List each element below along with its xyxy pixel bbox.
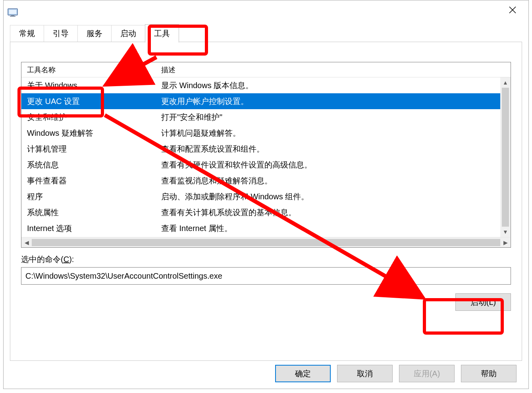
- apply-button: 应用(A): [399, 365, 455, 382]
- cell-tool-name: 安全和维护: [21, 112, 160, 123]
- tools-listbox[interactable]: 工具名称 描述 关于 Windows显示 Windows 版本信息。更改 UAC…: [21, 62, 511, 248]
- cell-tool-name: Windows 疑难解答: [21, 128, 160, 139]
- titlebar: [4, 0, 528, 24]
- tab-services[interactable]: 服务: [77, 25, 112, 42]
- command-label: 选中的命令(C):: [21, 254, 511, 265]
- launch-button[interactable]: 启动(L): [455, 293, 511, 311]
- table-row[interactable]: 更改 UAC 设置更改用户帐户控制设置。: [21, 93, 511, 109]
- cell-tool-desc: 查看和配置系统设置和组件。: [160, 144, 511, 154]
- dialog-button-row: 确定 取消 应用(A) 帮助: [275, 365, 517, 382]
- svg-rect-1: [9, 10, 16, 14]
- col-header-name[interactable]: 工具名称: [21, 65, 160, 75]
- command-input[interactable]: [21, 267, 511, 285]
- cancel-button[interactable]: 取消: [337, 365, 393, 382]
- help-button[interactable]: 帮助: [461, 365, 517, 382]
- msconfig-window: 常规 引导 服务 启动 工具 工具名称 描述 关于 Windows显示 Wind…: [3, 0, 529, 389]
- cell-tool-desc: 显示 Windows 版本信息。: [160, 80, 511, 91]
- cell-tool-desc: 更改用户帐户控制设置。: [160, 96, 511, 107]
- tab-row: 常规 引导 服务 启动 工具: [4, 24, 528, 42]
- table-row[interactable]: 安全和维护打开"安全和维护": [21, 109, 511, 125]
- scroll-up-icon[interactable]: ▲: [500, 77, 511, 88]
- svg-rect-2: [11, 15, 14, 16]
- table-row[interactable]: 关于 Windows显示 Windows 版本信息。: [21, 77, 511, 93]
- cell-tool-desc: 启动、添加或删除程序和 Windows 组件。: [160, 191, 511, 202]
- content-area: 工具名称 描述 关于 Windows显示 Windows 版本信息。更改 UAC…: [21, 62, 511, 311]
- cell-tool-name: 更改 UAC 设置: [21, 96, 160, 107]
- table-row[interactable]: 系统信息查看有关硬件设置和软件设置的高级信息。: [21, 157, 511, 173]
- vertical-scrollbar[interactable]: ▲ ▼: [500, 77, 511, 237]
- list-header: 工具名称 描述: [21, 62, 511, 77]
- tab-tools[interactable]: 工具: [145, 24, 179, 42]
- table-row[interactable]: 计算机管理查看和配置系统设置和组件。: [21, 141, 511, 157]
- cell-tool-name: 系统信息: [21, 160, 160, 170]
- scroll-right-icon[interactable]: ▶: [500, 237, 511, 248]
- table-row[interactable]: 系统属性查看有关计算机系统设置的基本信息。: [21, 204, 511, 220]
- col-header-desc[interactable]: 描述: [160, 65, 511, 75]
- cell-tool-desc: 打开"安全和维护": [160, 112, 511, 123]
- cell-tool-desc: 查看有关计算机系统设置的基本信息。: [160, 207, 511, 218]
- cell-tool-name: 计算机管理: [21, 144, 160, 154]
- ok-button[interactable]: 确定: [275, 365, 331, 382]
- cell-tool-name: Internet 选项: [21, 223, 160, 234]
- list-body: 关于 Windows显示 Windows 版本信息。更改 UAC 设置更改用户帐…: [21, 77, 511, 237]
- table-row[interactable]: Windows 疑难解答计算机问题疑难解答。: [21, 125, 511, 141]
- cell-tool-desc: 查看 Internet 属性。: [160, 223, 511, 234]
- cell-tool-name: 事件查看器: [21, 175, 160, 186]
- cell-tool-name: 关于 Windows: [21, 80, 160, 91]
- cell-tool-desc: 计算机问题疑难解答。: [160, 128, 511, 139]
- cell-tool-desc: 查看有关硬件设置和软件设置的高级信息。: [160, 160, 511, 170]
- app-icon: [7, 6, 19, 18]
- table-row[interactable]: Internet 选项查看 Internet 属性。: [21, 220, 511, 236]
- tab-boot[interactable]: 引导: [44, 25, 78, 42]
- horizontal-scrollbar[interactable]: ◀ ▶: [21, 237, 511, 247]
- tab-general[interactable]: 常规: [10, 25, 44, 42]
- tab-startup[interactable]: 启动: [111, 25, 145, 42]
- close-button[interactable]: [497, 0, 528, 19]
- table-row[interactable]: 程序启动、添加或删除程序和 Windows 组件。: [21, 189, 511, 204]
- cell-tool-name: 系统属性: [21, 207, 160, 218]
- cell-tool-name: 程序: [21, 191, 160, 202]
- table-row[interactable]: 事件查看器查看监视消息和疑难解答消息。: [21, 173, 511, 189]
- scroll-down-icon[interactable]: ▼: [500, 227, 511, 237]
- scroll-left-icon[interactable]: ◀: [21, 237, 32, 248]
- svg-rect-3: [10, 16, 15, 17]
- cell-tool-desc: 查看监视消息和疑难解答消息。: [160, 175, 511, 186]
